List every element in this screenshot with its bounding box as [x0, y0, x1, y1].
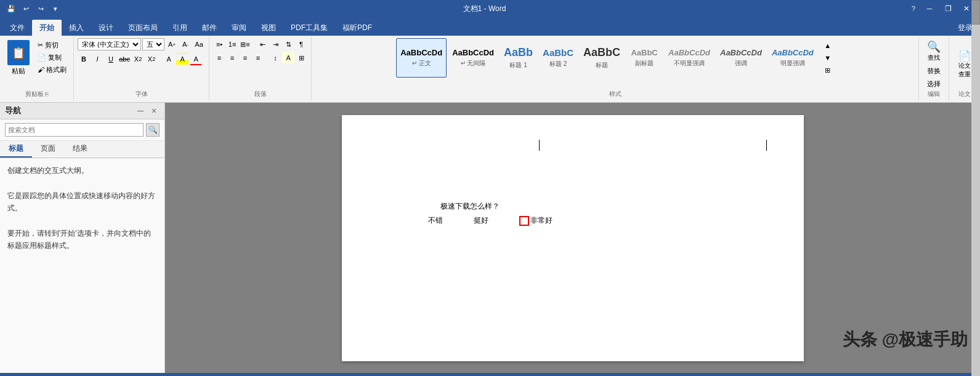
answer-checkbox-group: 非常好 [519, 215, 553, 226]
quick-access-toolbar: 💾 ↩ ↪ ▾ [5, 2, 62, 15]
format-painter-button[interactable]: 🖌 格式刷 [34, 64, 70, 76]
tab-references[interactable]: 引用 [165, 20, 195, 36]
font-group: 宋体 (中文正文) 五号 A+ A- Aa B I U abc X2 X2 A … [74, 37, 209, 101]
align-right-button[interactable]: ≡ [239, 52, 251, 64]
cut-button[interactable]: ✂ 剪切 [34, 39, 70, 51]
justify-button[interactable]: ≡ [252, 52, 264, 64]
shading-button[interactable]: A [282, 52, 294, 64]
style-heading2[interactable]: AaBbC 标题 2 [538, 38, 578, 78]
nav-line-4 [7, 215, 157, 227]
bold-button[interactable]: B [78, 53, 90, 65]
styles-scroll-up[interactable]: ▲ [822, 39, 834, 52]
paragraph-group: ≡• 1≡ ⊞≡ ⇤ ⇥ ⇅ ¶ ≡ ≡ ≡ ≡ ↕ A ⊞ 段落 [209, 37, 312, 101]
multilevel-button[interactable]: ⊞≡ [239, 38, 251, 50]
nav-pin-button[interactable]: ─ [135, 106, 146, 116]
undo-icon[interactable]: ↩ [20, 2, 32, 15]
select-button[interactable]: 选择 [923, 78, 945, 90]
redo-icon[interactable]: ↪ [34, 2, 47, 15]
style-no-spacing[interactable]: AaBbCcDd ↵ 无间隔 [448, 38, 498, 78]
nav-tab-headings[interactable]: 标题 [0, 141, 32, 158]
main-layout: 导航 ─ × 🔍 标题 页面 结果 创建文档的交互式大纲。 它是跟踪您的具体位置… [0, 103, 980, 373]
cursor-top-right [766, 140, 767, 151]
decrease-indent-button[interactable]: ⇤ [256, 38, 269, 50]
nav-search-button[interactable]: 🔍 [146, 123, 160, 137]
tab-home[interactable]: 开始 [32, 20, 62, 36]
paper-label: 论文 查重 [958, 62, 971, 79]
nav-search: 🔍 [0, 119, 164, 141]
ribbon-tab-row: 文件 开始 插入 设计 页面布局 引用 邮件 审阅 视图 PDF工具集 福昕PD… [0, 17, 980, 36]
underline-button[interactable]: U [105, 53, 117, 65]
style-heading1[interactable]: AaBb 标题 1 [500, 38, 537, 78]
sort-button[interactable]: ⇅ [282, 38, 294, 50]
font-name-select[interactable]: 宋体 (中文正文) [78, 38, 141, 50]
superscript-button[interactable]: X2 [145, 53, 158, 65]
find-icon: 🔍 [927, 40, 941, 54]
style-subtitle[interactable]: AaBbC 副标题 [626, 38, 663, 78]
editing-group-label: 编辑 [928, 90, 940, 100]
document: 极速下载怎么样？ 不错 挺好 非常好 [342, 115, 804, 361]
style-title[interactable]: AaBbC 标题 [579, 38, 625, 78]
align-left-button[interactable]: ≡ [213, 52, 225, 64]
tab-file[interactable]: 文件 [2, 20, 32, 36]
paragraph-row2: ≡ ≡ ≡ ≡ ↕ A ⊞ [213, 52, 307, 64]
tab-mailings[interactable]: 邮件 [195, 20, 224, 36]
tab-layout[interactable]: 页面布局 [121, 20, 165, 36]
italic-button[interactable]: I [91, 53, 103, 65]
nav-line-5: 要开始，请转到'开始'选项卡，并向文档中的标题应用标题样式。 [7, 227, 157, 252]
align-center-button[interactable]: ≡ [226, 52, 238, 64]
line-spacing-button[interactable]: ↕ [269, 52, 281, 64]
minimize-button[interactable]: ─ [921, 2, 938, 15]
find-button[interactable]: 🔍 查找 [923, 38, 945, 64]
paste-button[interactable]: 📋 粘贴 [4, 38, 33, 78]
styles-gallery-content: AaBbCcDd ↵ 正文 AaBbCcDd ↵ 无间隔 AaBb 标题 1 A… [396, 38, 834, 90]
font-group-label: 字体 [136, 90, 148, 100]
tab-design[interactable]: 设计 [91, 20, 121, 36]
subscript-button[interactable]: X2 [132, 53, 144, 65]
nav-header: 导航 ─ × [0, 103, 164, 119]
cursor-top [539, 140, 540, 151]
increase-font-button[interactable]: A+ [166, 38, 178, 50]
numbering-button[interactable]: 1≡ [226, 38, 238, 50]
change-case-button[interactable]: Aa [193, 38, 205, 50]
customize-icon[interactable]: ▾ [49, 2, 62, 15]
strikethrough-button[interactable]: abc [118, 53, 131, 65]
document-content: 极速下载怎么样？ 不错 挺好 非常好 [391, 201, 755, 226]
highlight-button[interactable]: A [176, 53, 188, 65]
document-area[interactable]: 极速下载怎么样？ 不错 挺好 非常好 [165, 103, 980, 373]
font-color-button[interactable]: A [190, 53, 202, 65]
save-icon[interactable]: 💾 [5, 2, 17, 15]
clipboard-small-buttons: ✂ 剪切 📄 复制 🖌 格式刷 [34, 39, 70, 76]
replace-button[interactable]: 替换 [923, 65, 945, 77]
styles-scroll-down[interactable]: ▼ [822, 52, 834, 64]
copy-button[interactable]: 📄 复制 [34, 52, 70, 63]
style-subtle-emphasis[interactable]: AaBbCcDd 不明显强调 [664, 38, 715, 78]
nav-tab-pages[interactable]: 页面 [32, 141, 64, 158]
styles-more[interactable]: ⊞ [822, 64, 834, 76]
paste-icon: 📋 [7, 40, 30, 65]
tab-insert[interactable]: 插入 [62, 20, 91, 36]
text-effect-button[interactable]: A [163, 53, 175, 65]
font-group-content: 宋体 (中文正文) 五号 A+ A- Aa B I U abc X2 X2 A … [78, 38, 205, 90]
style-normal[interactable]: AaBbCcDd ↵ 正文 [396, 38, 447, 78]
increase-indent-button[interactable]: ⇥ [269, 38, 281, 50]
tab-view[interactable]: 视图 [254, 20, 283, 36]
decrease-font-button[interactable]: A- [179, 38, 192, 50]
style-emphasis[interactable]: AaBbCcDd 强调 [716, 38, 766, 78]
borders-button[interactable]: ⊞ [295, 52, 307, 64]
nav-close-button[interactable]: × [148, 106, 160, 116]
nav-tab-results[interactable]: 结果 [64, 141, 96, 158]
paragraph-group-label: 段落 [254, 90, 267, 100]
tab-pdf-tools[interactable]: PDF工具集 [283, 20, 335, 36]
font-size-select[interactable]: 五号 [142, 38, 164, 50]
bullets-button[interactable]: ≡• [213, 38, 225, 50]
window-controls: ? ─ ❐ ✕ [907, 2, 975, 15]
help-icon[interactable]: ? [907, 2, 920, 15]
tab-review[interactable]: 审阅 [224, 20, 254, 36]
style-intense-emphasis[interactable]: AaBbCcDd 明显强调 [767, 38, 818, 78]
statusbar: 第1页，共1页 17个字 🔍 中文(中国) 📄 📖 📝 ─ + 100% [0, 373, 980, 376]
restore-button[interactable]: ❐ [939, 2, 957, 15]
paper-group-label: 论文 [958, 90, 971, 100]
show-hide-button[interactable]: ¶ [295, 38, 307, 50]
tab-foxit-pdf[interactable]: 福昕PDF [335, 20, 379, 36]
nav-search-input[interactable] [5, 123, 144, 137]
